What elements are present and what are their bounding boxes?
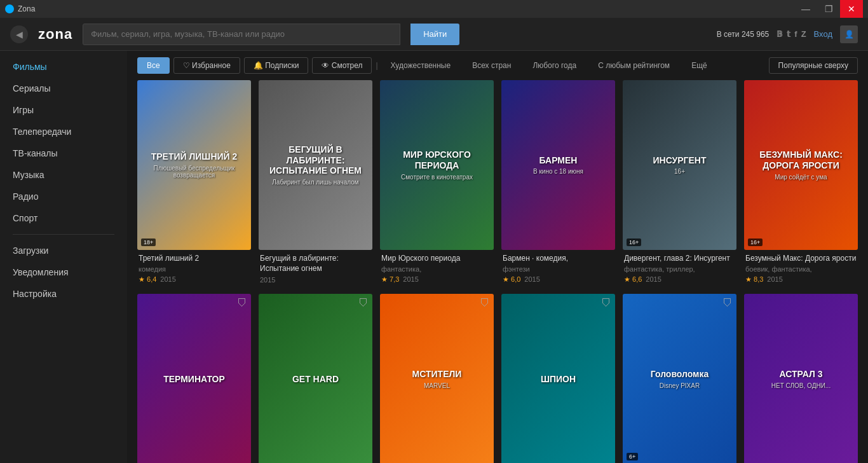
movie-title-3: Мир Юрского периода: [381, 254, 492, 264]
filter-year[interactable]: Любого года: [524, 58, 585, 73]
movie-card-1[interactable]: ТРЕТИЙ ЛИШНИЙ 2 Плюшевый беспредельщик в…: [137, 80, 251, 286]
network-label: В сети 245 965: [717, 30, 770, 39]
filter-more[interactable]: Ещё: [682, 58, 716, 73]
movie-info-3: Мир Юрского периода фантастика, ★ 7,3 20…: [380, 250, 494, 286]
back-button[interactable]: ◀: [10, 25, 28, 43]
user-avatar[interactable]: 👤: [840, 25, 858, 43]
sidebar-item-films[interactable]: Фильмы: [0, 56, 127, 78]
movie-meta-1: ★ 6,4 2015: [139, 275, 250, 284]
movie-card-3[interactable]: МИР ЮРСКОГО ПЕРИОДА Смотрите в кинотеатр…: [380, 80, 494, 286]
sidebar-item-tv-channels[interactable]: ТВ-каналы: [0, 142, 127, 164]
poster-title-6: БЕЗУМНЫЙ МАКС: ДОРОГА ЯРОСТИ: [749, 149, 853, 171]
title-bar-left: Zona: [5, 4, 35, 13]
filter-all[interactable]: Все: [137, 57, 170, 74]
filter-subscriptions[interactable]: 🔔 Подписки: [244, 57, 309, 74]
filter-watched[interactable]: 👁 Смотрел: [312, 57, 372, 74]
poster-title-12: АСТРАЛ 3: [780, 369, 823, 380]
movie-poster-12: АСТРАЛ 3 НЕТ СЛОВ, ОДНИ...: [744, 294, 858, 463]
filter-favorites[interactable]: ♡ Избранное: [173, 57, 240, 74]
sidebar-item-radio[interactable]: Радио: [0, 186, 127, 207]
sidebar-item-music[interactable]: Музыка: [0, 164, 127, 186]
movie-card-9[interactable]: МСТИТЕЛИ MARVEL ⛉ Мстители: [380, 294, 494, 463]
app-logo: zona: [38, 26, 72, 43]
bookmark-icon-9[interactable]: ⛉: [480, 298, 490, 309]
minimize-button[interactable]: —: [794, 0, 817, 18]
header-right: В сети 245 965 𝔹 𝕥 f Z Вход 👤: [717, 25, 858, 43]
movie-genre-5: фантастика, триллер,: [624, 265, 735, 273]
movie-card-5[interactable]: ИНСУРГЕНТ 16+ 16+ Дивергент, глава 2: Ин…: [623, 80, 736, 286]
movie-year-2: 2015: [260, 276, 275, 284]
movie-card-7[interactable]: ТЕРМИНАТОР ⛉ Терминатор: [137, 294, 251, 463]
poster-title-8: GET HARD: [292, 374, 339, 385]
title-bar-title: Zona: [18, 4, 35, 13]
movie-card-11[interactable]: Головоломка Disney PIXAR 6+ ⛉ Головоломк…: [623, 294, 736, 463]
filter-country[interactable]: Всех стран: [463, 58, 520, 73]
login-button[interactable]: Вход: [814, 29, 832, 39]
movie-card-8[interactable]: GET HARD ⛉ Get Hard: [259, 294, 372, 463]
social-icon-f[interactable]: f: [794, 29, 797, 39]
bookmark-icon-11[interactable]: ⛉: [722, 298, 733, 309]
movie-genre-1: комедия: [139, 265, 250, 273]
movie-poster-10: ШПИОН ⛉: [501, 294, 615, 463]
sidebar-item-downloads[interactable]: Загрузки: [0, 240, 127, 261]
age-badge-6: 16+: [748, 238, 763, 246]
movie-year-4: 2015: [524, 275, 539, 283]
sidebar-item-tv-shows[interactable]: Телепередачи: [0, 121, 127, 142]
poster-overlay-9: МСТИТЕЛИ MARVEL: [380, 294, 494, 463]
poster-overlay-6: БЕЗУМНЫЙ МАКС: ДОРОГА ЯРОСТИ Мир сойдёт …: [744, 80, 858, 250]
poster-overlay-10: ШПИОН: [501, 294, 615, 463]
age-badge-5: 16+: [627, 238, 641, 246]
poster-title-9: МСТИТЕЛИ: [412, 369, 462, 380]
poster-sub-11: Disney PIXAR: [660, 382, 700, 389]
poster-sub-4: В кино с 18 июня: [533, 168, 583, 175]
filter-type[interactable]: Художественные: [382, 58, 460, 73]
movie-card-4[interactable]: БАРМЕН В кино с 18 июня Бармен · комедия…: [501, 80, 615, 286]
filter-rating[interactable]: С любым рейтингом: [589, 58, 679, 73]
social-icons: 𝔹 𝕥 f Z: [776, 29, 806, 39]
movie-genre-3: фантастика,: [381, 265, 492, 273]
movie-card-2[interactable]: БЕГУЩИЙ В ЛАБИРИНТЕ: ИСПЫТАНИЕ ОГНЕМ Лаб…: [259, 80, 372, 286]
poster-title-2: БЕГУЩИЙ В ЛАБИРИНТЕ: ИСПЫТАНИЕ ОГНЕМ: [264, 144, 367, 176]
search-input[interactable]: [83, 24, 400, 45]
poster-overlay-2: БЕГУЩИЙ В ЛАБИРИНТЕ: ИСПЫТАНИЕ ОГНЕМ Лаб…: [259, 80, 372, 250]
movie-card-10[interactable]: ШПИОН ⛉ Шпион: [501, 294, 615, 463]
movie-meta-3: ★ 7,3 2015: [381, 275, 492, 284]
social-icon-z[interactable]: Z: [801, 29, 806, 39]
poster-overlay-3: МИР ЮРСКОГО ПЕРИОДА Смотрите в кинотеатр…: [380, 80, 494, 250]
movie-info-6: Безумный Макс: Дорога ярости боевик, фан…: [744, 250, 858, 286]
movie-rating-5: ★ 6,6: [624, 275, 642, 284]
sidebar-item-settings[interactable]: Настройка: [0, 283, 127, 305]
sidebar-item-notifications[interactable]: Уведомления: [0, 261, 127, 283]
movie-title-4: Бармен · комедия,: [503, 254, 614, 264]
poster-overlay-8: GET HARD: [259, 294, 372, 463]
movie-year-1: 2015: [160, 275, 175, 283]
movie-card-6[interactable]: БЕЗУМНЫЙ МАКС: ДОРОГА ЯРОСТИ Мир сойдёт …: [744, 80, 858, 286]
bookmark-icon-7[interactable]: ⛉: [237, 298, 247, 309]
movie-poster-6: БЕЗУМНЫЙ МАКС: ДОРОГА ЯРОСТИ Мир сойдёт …: [744, 80, 858, 250]
poster-sub-6: Мир сойдёт с ума: [775, 174, 827, 181]
search-button[interactable]: Найти: [410, 24, 459, 45]
movie-poster-11: Головоломка Disney PIXAR 6+ ⛉: [623, 294, 736, 463]
sidebar-item-sport[interactable]: Спорт: [0, 207, 127, 229]
sidebar-divider: [13, 234, 114, 235]
movie-genre-4: фэнтези: [503, 265, 614, 273]
poster-sub-9: MARVEL: [424, 382, 450, 389]
sort-button[interactable]: Популярные сверху: [769, 57, 858, 74]
social-icon-t[interactable]: 𝕥: [787, 29, 790, 39]
sidebar-item-serials[interactable]: Сериалы: [0, 78, 127, 99]
poster-overlay-4: БАРМЕН В кино с 18 июня: [501, 80, 615, 250]
poster-title-4: БАРМЕН: [539, 155, 578, 166]
bookmark-icon-10[interactable]: ⛉: [601, 298, 611, 309]
social-icon-b[interactable]: 𝔹: [776, 29, 783, 39]
title-bar: Zona — ❐ ✕: [0, 0, 868, 18]
movie-meta-2: 2015: [260, 276, 371, 284]
bookmark-icon-8[interactable]: ⛉: [358, 298, 369, 309]
movie-poster-8: GET HARD ⛉: [259, 294, 372, 463]
poster-title-1: ТРЕТИЙ ЛИШНИЙ 2: [151, 151, 238, 162]
sidebar-item-games[interactable]: Игры: [0, 99, 127, 121]
movie-title-1: Третий лишний 2: [139, 254, 250, 264]
close-button[interactable]: ✕: [840, 0, 863, 18]
movie-card-12[interactable]: АСТРАЛ 3 НЕТ СЛОВ, ОДНИ... Астрал 3: [744, 294, 858, 463]
age-badge-11: 6+: [627, 453, 638, 460]
maximize-button[interactable]: ❐: [817, 0, 840, 18]
